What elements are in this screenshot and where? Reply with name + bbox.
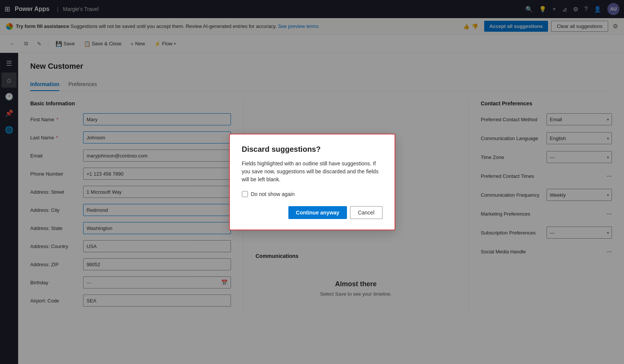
modal-title: Discard suggestions? — [242, 145, 382, 154]
continue-button[interactable]: Continue anyway — [288, 206, 347, 219]
cancel-button[interactable]: Cancel — [350, 206, 382, 219]
do-not-show-label[interactable]: Do not show again — [251, 191, 295, 197]
modal-actions: Continue anyway Cancel — [242, 206, 382, 219]
modal-checkbox-row: Do not show again — [242, 191, 382, 197]
modal-body: Fields highlighted with an outline still… — [242, 160, 382, 184]
modal-box: Discard suggestions? Fields highlighted … — [229, 134, 395, 230]
modal-overlay[interactable]: Discard suggestions? Fields highlighted … — [0, 0, 624, 364]
do-not-show-checkbox[interactable] — [242, 191, 248, 197]
